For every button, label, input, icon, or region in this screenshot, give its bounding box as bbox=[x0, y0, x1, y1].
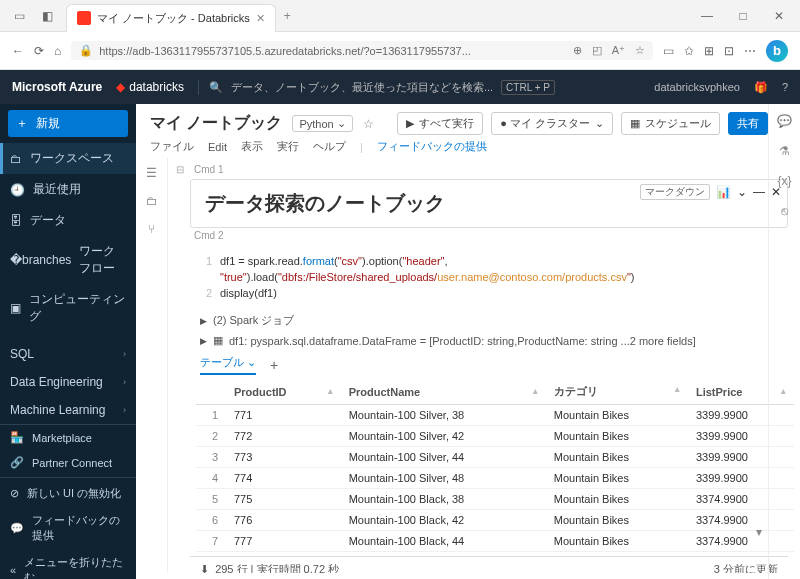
chevron-right-icon: › bbox=[123, 377, 126, 387]
chart-icon[interactable]: 📊 bbox=[716, 185, 731, 199]
read-aloud-icon[interactable]: A⁺ bbox=[612, 44, 625, 57]
extensions-icon[interactable]: ⊡ bbox=[724, 44, 734, 58]
column-header[interactable]: ProductName▴ bbox=[341, 379, 546, 405]
add-visualization-button[interactable]: + bbox=[270, 357, 278, 373]
sidebar-item-partner-connect[interactable]: 🔗Partner Connect bbox=[0, 450, 136, 475]
sidebar-item-data[interactable]: 🗄データ bbox=[0, 205, 136, 236]
sidebar-icon[interactable]: ◧ bbox=[40, 9, 54, 23]
dataframe-info-fold[interactable]: ▶▦df1: pyspark.sql.dataframe.DataFrame =… bbox=[200, 334, 788, 347]
play-icon: ▶ bbox=[406, 117, 414, 130]
sidebar-item-collapse[interactable]: «メニューを折りたたむ bbox=[0, 549, 136, 579]
menu-feedback[interactable]: フィードバックの提供 bbox=[377, 139, 487, 154]
comment-icon[interactable]: 💬 bbox=[777, 114, 792, 128]
browser-tab[interactable]: マイ ノートブック - Databricks ✕ bbox=[66, 4, 276, 32]
refresh-icon[interactable]: ⟳ bbox=[34, 44, 44, 58]
workspace-icon[interactable]: ▭ bbox=[12, 9, 26, 23]
favorites-icon[interactable]: ✩ bbox=[684, 44, 694, 58]
toggle-icon: ⊘ bbox=[10, 487, 19, 500]
address-bar[interactable]: 🔒 https://adb-1363117955737105.5.azureda… bbox=[71, 41, 653, 60]
tab-actions-icon[interactable]: ◰ bbox=[592, 44, 602, 57]
menu-edit[interactable]: Edit bbox=[208, 141, 227, 153]
sidebar-item-compute[interactable]: ▣コンピューティング bbox=[0, 284, 136, 332]
gift-icon[interactable]: 🎁 bbox=[754, 81, 768, 94]
sidebar-item-feedback[interactable]: 💬フィードバックの提供 bbox=[0, 507, 136, 549]
code-content[interactable]: df1 = spark.read.format("csv").option("h… bbox=[220, 253, 788, 301]
minimize-icon[interactable]: — bbox=[753, 185, 765, 199]
sidebar-item-machine-learning[interactable]: Machine Learning› bbox=[0, 396, 136, 424]
mlflow-icon[interactable]: ⚗ bbox=[779, 144, 790, 158]
menu-file[interactable]: ファイル bbox=[150, 139, 194, 154]
new-button[interactable]: ＋新規 bbox=[8, 110, 128, 137]
chevron-down-icon[interactable]: ⌄ bbox=[737, 185, 747, 199]
menu-run[interactable]: 実行 bbox=[277, 139, 299, 154]
help-icon[interactable]: ? bbox=[782, 81, 788, 93]
collapse-toggle-icon[interactable]: ⊟ bbox=[176, 164, 184, 175]
column-header[interactable]: カテゴリ▴ bbox=[546, 379, 688, 405]
folder-icon[interactable]: 🗀 bbox=[146, 194, 158, 208]
chevron-right-icon: › bbox=[123, 405, 126, 415]
menu-help[interactable]: ヘルプ bbox=[313, 139, 346, 154]
chevron-down-icon: ⌄ bbox=[595, 117, 604, 130]
rss-icon[interactable]: ▭ bbox=[663, 44, 674, 58]
minimize-button[interactable]: — bbox=[692, 4, 722, 28]
global-search[interactable]: 🔍 データ、ノートブック、最近使った項目などを検索... CTRL + P bbox=[198, 80, 555, 95]
close-window-button[interactable]: ✕ bbox=[764, 4, 794, 28]
close-tab-icon[interactable]: ✕ bbox=[256, 12, 265, 25]
download-icon[interactable]: ⬇ bbox=[200, 563, 209, 573]
clock-icon: 🕘 bbox=[10, 183, 25, 197]
table-tab[interactable]: テーブル ⌄ bbox=[200, 355, 256, 375]
home-icon[interactable]: ⌂ bbox=[54, 44, 61, 58]
language-selector[interactable]: Python⌄ bbox=[292, 115, 352, 132]
collections-icon[interactable]: ⊞ bbox=[704, 44, 714, 58]
share-button[interactable]: 共有 bbox=[728, 112, 768, 135]
table-row[interactable]: 1771Mountain-100 Silver, 38Mountain Bike… bbox=[196, 405, 794, 426]
scroll-down-icon[interactable]: ▾ bbox=[756, 525, 762, 539]
folder-icon: 🗀 bbox=[10, 152, 22, 166]
table-row[interactable]: 5775Mountain-100 Black, 38Mountain Bikes… bbox=[196, 489, 794, 510]
cluster-selector[interactable]: ● マイ クラスター⌄ bbox=[491, 112, 613, 135]
toc-icon[interactable]: ☰ bbox=[146, 166, 157, 180]
bing-icon[interactable]: b bbox=[766, 40, 788, 62]
table-row[interactable]: 7777Mountain-100 Black, 44Mountain Bikes… bbox=[196, 531, 794, 552]
run-all-button[interactable]: ▶すべて実行 bbox=[397, 112, 483, 135]
search-shortcut: CTRL + P bbox=[501, 80, 555, 95]
variables-icon[interactable]: {x} bbox=[777, 174, 791, 188]
sidebar-item-recent[interactable]: 🕘最近使用 bbox=[0, 174, 136, 205]
chevron-right-icon: › bbox=[123, 349, 126, 359]
sidebar-item-workspace[interactable]: 🗀ワークスペース bbox=[0, 143, 136, 174]
notebook-title[interactable]: マイ ノートブック bbox=[150, 113, 282, 134]
markdown-cell[interactable]: マークダウン 📊 ⌄ — ✕ データ探索のノートブック bbox=[190, 179, 788, 228]
search-icon: 🔍 bbox=[209, 81, 223, 94]
spark-jobs-fold[interactable]: ▶(2) Spark ジョブ bbox=[200, 313, 788, 328]
store-icon: 🏪 bbox=[10, 431, 24, 444]
sidebar-item-data-engineering[interactable]: Data Engineering› bbox=[0, 368, 136, 396]
favorite-icon[interactable]: ☆ bbox=[635, 44, 645, 57]
maximize-button[interactable]: □ bbox=[728, 4, 758, 28]
workspace-name[interactable]: databricksvphkeo bbox=[654, 81, 740, 93]
table-row[interactable]: 3773Mountain-100 Silver, 44Mountain Bike… bbox=[196, 447, 794, 468]
column-header[interactable]: ProductID▴ bbox=[226, 379, 341, 405]
sidebar-item-disable-newui[interactable]: ⊘新しい UI の無効化 bbox=[0, 480, 136, 507]
new-tab-button[interactable]: + bbox=[284, 9, 291, 23]
history-icon[interactable]: ⎋ bbox=[781, 204, 788, 218]
favorite-star-icon[interactable]: ☆ bbox=[363, 117, 374, 131]
chevron-down-icon: ⌄ bbox=[337, 117, 346, 130]
more-icon[interactable]: ⋯ bbox=[744, 44, 756, 58]
menu-view[interactable]: 表示 bbox=[241, 139, 263, 154]
table-row[interactable]: 4774Mountain-100 Silver, 48Mountain Bike… bbox=[196, 468, 794, 489]
table-row[interactable]: 6776Mountain-100 Black, 42Mountain Bikes… bbox=[196, 510, 794, 531]
table-row[interactable]: 2772Mountain-100 Silver, 42Mountain Bike… bbox=[196, 426, 794, 447]
schedule-button[interactable]: ▦スケジュール bbox=[621, 112, 720, 135]
markdown-tag: マークダウン bbox=[640, 184, 710, 200]
left-gutter: ☰ 🗀 ⑂ bbox=[136, 158, 168, 573]
comment-icon: 💬 bbox=[10, 522, 24, 535]
git-icon[interactable]: ⑂ bbox=[148, 222, 155, 236]
zoom-icon[interactable]: ⊕ bbox=[573, 44, 582, 57]
sidebar-item-sql[interactable]: SQL› bbox=[0, 340, 136, 368]
sidebar-item-workflow[interactable]: �branchesワークフロー bbox=[0, 236, 136, 284]
result-tab-bar: テーブル ⌄ + bbox=[200, 355, 788, 375]
result-table: ProductID▴ProductName▴カテゴリ▴ListPrice▴ 17… bbox=[196, 379, 794, 552]
sidebar-item-marketplace[interactable]: 🏪Marketplace bbox=[0, 425, 136, 450]
code-cell[interactable]: 1 2 df1 = spark.read.format("csv").optio… bbox=[190, 247, 788, 573]
back-icon[interactable]: ← bbox=[12, 44, 24, 58]
